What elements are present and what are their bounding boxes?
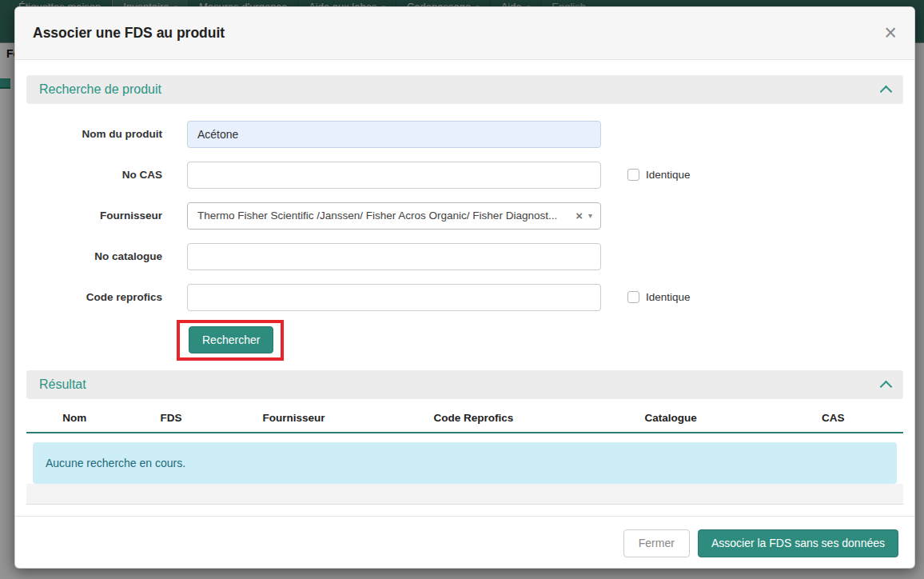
modal-header: Associer une FDS au produit ×	[15, 7, 914, 60]
product-name-input[interactable]	[187, 121, 601, 148]
col-header-fds: FDS	[123, 404, 220, 433]
supplier-label: Fournisseur	[26, 210, 162, 222]
product-name-label: Nom du produit	[26, 128, 162, 140]
search-section-header[interactable]: Recherche de produit	[26, 75, 903, 104]
catalog-label: No catalogue	[26, 250, 162, 262]
result-table: Nom FDS Fournisseur Code Reprofics Catal…	[26, 404, 903, 433]
catalog-input[interactable]	[187, 243, 601, 270]
result-table-header-row: Nom FDS Fournisseur Code Reprofics Catal…	[26, 404, 903, 433]
modal-body: Recherche de produit Nom du produit No C…	[15, 60, 914, 505]
clear-selection-icon[interactable]: ×	[576, 209, 583, 222]
col-header-cas: CAS	[763, 404, 903, 433]
reprofics-identique-label: Identique	[646, 291, 691, 303]
col-header-nom: Nom	[26, 404, 123, 433]
cas-identique-checkbox[interactable]	[627, 169, 639, 181]
search-button[interactable]: Rechercher	[189, 326, 273, 353]
result-section: Résultat Nom FDS Fournisseur Code Reprof…	[26, 370, 903, 505]
result-section-title: Résultat	[39, 377, 86, 392]
modal-footer: Fermer Associer la FDS sans ses données	[15, 516, 914, 568]
col-header-catalogue: Catalogue	[579, 404, 763, 433]
result-panel-footer-strip	[26, 484, 903, 505]
associate-without-data-button[interactable]: Associer la FDS sans ses données	[698, 529, 898, 557]
cas-identique-label: Identique	[646, 169, 691, 181]
cas-input[interactable]	[187, 162, 601, 189]
no-search-alert: Aucune recherche en cours.	[33, 442, 897, 484]
reprofics-label: Code reprofics	[26, 291, 162, 303]
close-icon[interactable]: ×	[884, 25, 897, 41]
caret-down-icon: ▾	[588, 211, 592, 220]
search-section-title: Recherche de produit	[39, 82, 161, 97]
result-section-header[interactable]: Résultat	[26, 370, 903, 399]
red-highlight-annotation: Rechercher	[177, 320, 284, 361]
supplier-select[interactable]: Thermo Fisher Scientific /Janssen/ Fishe…	[187, 202, 601, 230]
cas-identique-group: Identique	[627, 169, 691, 181]
reprofics-identique-group: Identique	[627, 291, 691, 303]
chevron-up-icon[interactable]	[880, 380, 893, 393]
col-header-fournisseur: Fournisseur	[219, 404, 368, 433]
search-form: Nom du produit No CAS Identique Fourniss…	[26, 121, 903, 361]
associate-sds-modal: Associer une FDS au produit × Recherche …	[14, 6, 915, 569]
catalog-row: No catalogue	[26, 243, 903, 270]
close-button[interactable]: Fermer	[623, 529, 690, 557]
reprofics-identique-checkbox[interactable]	[627, 291, 639, 303]
reprofics-row: Code reprofics Identique	[26, 284, 903, 311]
cas-row: No CAS Identique	[26, 162, 903, 189]
chevron-up-icon[interactable]	[880, 85, 893, 98]
cas-label: No CAS	[26, 169, 162, 181]
product-name-row: Nom du produit	[26, 121, 903, 148]
modal-title: Associer une FDS au produit	[33, 25, 225, 42]
col-header-code-reprofics: Code Reprofics	[368, 404, 579, 433]
reprofics-input[interactable]	[187, 284, 601, 311]
supplier-select-value: Thermo Fisher Scientific /Janssen/ Fishe…	[197, 210, 572, 222]
supplier-row: Fournisseur Thermo Fisher Scientific /Ja…	[26, 202, 903, 230]
